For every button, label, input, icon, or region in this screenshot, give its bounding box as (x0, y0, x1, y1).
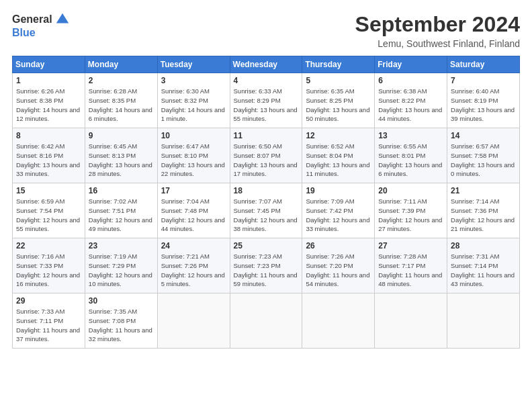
sunset-text: Sunset: 7:42 PM (306, 207, 353, 214)
table-row: 19 Sunrise: 7:09 AM Sunset: 7:42 PM Dayl… (302, 183, 375, 238)
day-number: 27 (378, 241, 443, 250)
day-number: 8 (16, 131, 81, 140)
table-row: 10 Sunrise: 6:47 AM Sunset: 8:10 PM Dayl… (157, 128, 230, 183)
day-info: Sunrise: 6:38 AM Sunset: 8:22 PM Dayligh… (378, 87, 443, 124)
daylight-text: Daylight: 12 hours and 10 minutes. (89, 271, 152, 288)
table-row (230, 293, 302, 349)
sunset-text: Sunset: 8:07 PM (234, 152, 281, 159)
table-row: 25 Sunrise: 7:23 AM Sunset: 7:23 PM Dayl… (230, 238, 302, 293)
sunset-text: Sunset: 8:29 PM (234, 97, 281, 104)
sunset-text: Sunset: 7:20 PM (306, 262, 353, 269)
sunrise-text: Sunrise: 7:16 AM (16, 253, 64, 260)
sunset-text: Sunset: 7:36 PM (451, 207, 498, 214)
day-info: Sunrise: 7:23 AM Sunset: 7:23 PM Dayligh… (234, 252, 299, 289)
sunset-text: Sunset: 8:19 PM (451, 97, 498, 104)
table-row: 1 Sunrise: 6:26 AM Sunset: 8:38 PM Dayli… (13, 73, 85, 128)
sunrise-text: Sunrise: 6:30 AM (161, 87, 210, 95)
calendar-week-row: 15 Sunrise: 6:59 AM Sunset: 7:54 PM Dayl… (13, 183, 520, 238)
daylight-text: Daylight: 12 hours and 27 minutes. (378, 216, 442, 233)
daylight-text: Daylight: 12 hours and 21 minutes. (451, 216, 515, 233)
sunrise-text: Sunrise: 6:33 AM (234, 87, 282, 95)
day-info: Sunrise: 7:33 AM Sunset: 7:11 PM Dayligh… (16, 307, 81, 344)
day-info: Sunrise: 7:11 AM Sunset: 7:39 PM Dayligh… (378, 197, 443, 234)
day-info: Sunrise: 6:52 AM Sunset: 8:04 PM Dayligh… (306, 142, 371, 179)
table-row: 7 Sunrise: 6:40 AM Sunset: 8:19 PM Dayli… (447, 73, 520, 128)
daylight-text: Daylight: 11 hours and 32 minutes. (89, 326, 152, 343)
day-number: 28 (451, 241, 516, 250)
daylight-text: Daylight: 11 hours and 54 minutes. (306, 271, 369, 288)
table-row (447, 293, 520, 349)
daylight-text: Daylight: 11 hours and 43 minutes. (451, 271, 515, 288)
table-row: 3 Sunrise: 6:30 AM Sunset: 8:32 PM Dayli… (157, 73, 230, 128)
day-info: Sunrise: 7:09 AM Sunset: 7:42 PM Dayligh… (306, 197, 371, 234)
sunset-text: Sunset: 7:39 PM (378, 207, 425, 214)
sunset-text: Sunset: 8:38 PM (16, 97, 63, 104)
day-info: Sunrise: 6:42 AM Sunset: 8:16 PM Dayligh… (16, 142, 81, 179)
day-number: 20 (378, 186, 443, 195)
sunset-text: Sunset: 7:14 PM (451, 262, 498, 269)
day-number: 7 (451, 76, 516, 85)
sunset-text: Sunset: 8:13 PM (89, 152, 136, 159)
day-number: 3 (161, 76, 226, 85)
sunrise-text: Sunrise: 6:42 AM (16, 142, 64, 150)
day-info: Sunrise: 7:35 AM Sunset: 7:08 PM Dayligh… (89, 307, 154, 344)
daylight-text: Daylight: 14 hours and 1 minute. (161, 106, 225, 123)
sunset-text: Sunset: 8:35 PM (89, 97, 136, 104)
sunrise-text: Sunrise: 6:28 AM (89, 87, 137, 95)
day-number: 15 (16, 186, 81, 195)
sunrise-text: Sunrise: 7:28 AM (378, 253, 427, 260)
sunset-text: Sunset: 8:16 PM (16, 152, 63, 159)
day-number: 11 (234, 131, 299, 140)
day-number: 17 (161, 186, 226, 195)
calendar-week-row: 29 Sunrise: 7:33 AM Sunset: 7:11 PM Dayl… (13, 293, 520, 349)
logo-blue: Blue (12, 27, 36, 39)
day-info: Sunrise: 6:30 AM Sunset: 8:32 PM Dayligh… (161, 87, 226, 124)
day-number: 4 (234, 76, 299, 85)
day-number: 5 (306, 76, 371, 85)
day-info: Sunrise: 6:55 AM Sunset: 8:01 PM Dayligh… (378, 142, 443, 179)
logo-icon (55, 12, 70, 27)
day-info: Sunrise: 6:50 AM Sunset: 8:07 PM Dayligh… (234, 142, 299, 179)
daylight-text: Daylight: 13 hours and 28 minutes. (89, 161, 152, 178)
day-number: 12 (306, 131, 371, 140)
calendar: Sunday Monday Tuesday Wednesday Thursday… (12, 56, 520, 349)
location: Lemu, Southwest Finland, Finland (355, 38, 520, 49)
sunset-text: Sunset: 7:54 PM (16, 207, 63, 214)
daylight-text: Daylight: 13 hours and 39 minutes. (451, 106, 515, 123)
day-number: 23 (89, 241, 154, 250)
table-row: 30 Sunrise: 7:35 AM Sunset: 7:08 PM Dayl… (85, 293, 157, 349)
daylight-text: Daylight: 13 hours and 55 minutes. (234, 106, 298, 123)
sunset-text: Sunset: 7:48 PM (161, 207, 208, 214)
day-number: 22 (16, 241, 81, 250)
day-number: 24 (161, 241, 226, 250)
table-row: 5 Sunrise: 6:35 AM Sunset: 8:25 PM Dayli… (302, 73, 375, 128)
daylight-text: Daylight: 12 hours and 16 minutes. (16, 271, 80, 288)
sunrise-text: Sunrise: 7:11 AM (378, 197, 427, 205)
day-info: Sunrise: 7:02 AM Sunset: 7:51 PM Dayligh… (89, 197, 154, 234)
table-row (302, 293, 375, 349)
calendar-week-row: 22 Sunrise: 7:16 AM Sunset: 7:33 PM Dayl… (13, 238, 520, 293)
day-info: Sunrise: 6:59 AM Sunset: 7:54 PM Dayligh… (16, 197, 81, 234)
logo-general: General (12, 13, 52, 26)
daylight-text: Daylight: 13 hours and 6 minutes. (378, 161, 442, 178)
table-row: 11 Sunrise: 6:50 AM Sunset: 8:07 PM Dayl… (230, 128, 302, 183)
title-block: September 2024 Lemu, Southwest Finland, … (355, 12, 520, 49)
day-number: 13 (378, 131, 443, 140)
day-info: Sunrise: 6:45 AM Sunset: 8:13 PM Dayligh… (89, 142, 154, 179)
day-number: 18 (234, 186, 299, 195)
day-number: 10 (161, 131, 226, 140)
daylight-text: Daylight: 12 hours and 44 minutes. (161, 216, 225, 233)
daylight-text: Daylight: 12 hours and 38 minutes. (234, 216, 298, 233)
calendar-week-row: 1 Sunrise: 6:26 AM Sunset: 8:38 PM Dayli… (13, 73, 520, 128)
sunset-text: Sunset: 8:04 PM (306, 152, 353, 159)
calendar-header-row: Sunday Monday Tuesday Wednesday Thursday… (13, 56, 520, 73)
sunset-text: Sunset: 7:33 PM (16, 262, 63, 269)
day-info: Sunrise: 6:40 AM Sunset: 8:19 PM Dayligh… (451, 87, 516, 124)
day-number: 19 (306, 186, 371, 195)
day-number: 9 (89, 131, 154, 140)
table-row: 18 Sunrise: 7:07 AM Sunset: 7:45 PM Dayl… (230, 183, 302, 238)
sunset-text: Sunset: 7:17 PM (378, 262, 425, 269)
col-friday: Friday (375, 56, 447, 73)
day-number: 2 (89, 76, 154, 85)
sunrise-text: Sunrise: 7:21 AM (161, 253, 210, 260)
